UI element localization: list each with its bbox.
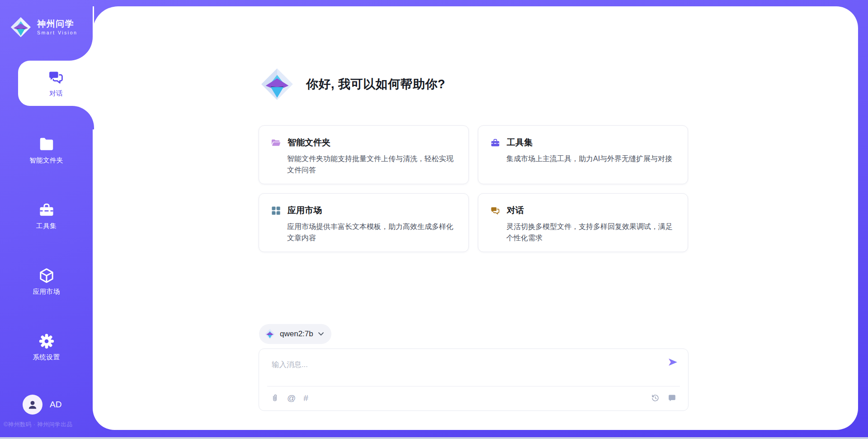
sidebar-item-label: 工具集 bbox=[36, 222, 57, 230]
gear-icon bbox=[38, 333, 55, 350]
chat-icon bbox=[47, 69, 65, 86]
cube-icon bbox=[38, 267, 55, 284]
app-logo-block: 神州问学 Smart Vision bbox=[0, 0, 93, 61]
card-description: 集成市场上主流工具，助力AI与外界无缝扩展与对接 bbox=[506, 153, 676, 165]
card-description: 灵活切换多模型文件，支持多样回复效果调试，满足个性化需求 bbox=[506, 221, 676, 244]
person-icon bbox=[27, 399, 38, 410]
folder-icon bbox=[38, 136, 55, 153]
grid-icon bbox=[271, 205, 281, 216]
sidebar-item-label: 智能文件夹 bbox=[29, 156, 63, 165]
model-diamond-icon bbox=[264, 329, 275, 339]
sidebar-item-label: 系统设置 bbox=[33, 353, 60, 362]
sidebar-item-app-market[interactable]: 应用市场 bbox=[0, 267, 93, 296]
screen-bottom-edge bbox=[0, 437, 868, 439]
chevron-down-icon bbox=[318, 332, 324, 336]
card-title: 工具集 bbox=[507, 137, 533, 148]
attachment-icon[interactable] bbox=[270, 393, 279, 403]
sidebar-item-chat[interactable]: 对话 bbox=[18, 61, 94, 106]
model-selector[interactable]: qwen2:7b bbox=[259, 324, 331, 344]
chat-icon bbox=[490, 205, 500, 216]
brand-name-en: Smart Vision bbox=[37, 30, 77, 35]
composer-tools-left: @ # bbox=[270, 393, 308, 403]
user-profile[interactable]: AD bbox=[23, 395, 61, 415]
user-name: AD bbox=[50, 400, 61, 410]
sidebar-item-label: 对话 bbox=[49, 89, 63, 98]
toolbox-icon bbox=[38, 201, 55, 219]
avatar bbox=[23, 395, 42, 415]
sidebar-footer: ©神州数码 · 神州问学出品 bbox=[4, 421, 94, 429]
composer-tools-right bbox=[651, 393, 677, 403]
greeting: 你好, 我可以如何帮助你? bbox=[260, 67, 445, 101]
card-smart-folder[interactable]: 智能文件夹 智能文件夹功能支持批量文件上传与清洗，轻松实现文件问答 bbox=[259, 125, 469, 184]
card-title: 应用市场 bbox=[288, 205, 322, 216]
message-input[interactable] bbox=[271, 354, 657, 374]
send-icon[interactable]: ➤ bbox=[667, 355, 678, 368]
sidebar-item-toolset[interactable]: 工具集 bbox=[0, 201, 93, 230]
brand-name-cn: 神州问学 bbox=[37, 19, 77, 29]
hashtag-icon[interactable]: # bbox=[303, 393, 308, 403]
model-name: qwen2:7b bbox=[280, 329, 313, 339]
brand-diamond-icon bbox=[10, 16, 32, 38]
sidebar-item-smart-folder[interactable]: 智能文件夹 bbox=[0, 136, 93, 165]
chat-bubble-icon[interactable] bbox=[667, 393, 677, 403]
toolbox-icon bbox=[490, 138, 500, 148]
card-title: 智能文件夹 bbox=[288, 137, 330, 148]
sidebar-item-settings[interactable]: 系统设置 bbox=[0, 333, 93, 362]
history-icon[interactable] bbox=[651, 393, 660, 403]
assistant-diamond-icon bbox=[260, 67, 294, 101]
composer-divider bbox=[267, 386, 680, 387]
message-composer: ➤ @ # bbox=[259, 348, 689, 411]
card-chat[interactable]: 对话 灵活切换多模型文件，支持多样回复效果调试，满足个性化需求 bbox=[478, 193, 688, 252]
feature-cards: 智能文件夹 智能文件夹功能支持批量文件上传与清洗，轻松实现文件问答 工具集 集成… bbox=[259, 125, 689, 252]
folder-open-icon bbox=[271, 138, 281, 148]
card-description: 智能文件夹功能支持批量文件上传与清洗，轻松实现文件问答 bbox=[287, 153, 457, 176]
card-description: 应用市场提供丰富长文本模板，助力高效生成多样化文章内容 bbox=[287, 221, 457, 244]
card-toolset[interactable]: 工具集 集成市场上主流工具，助力AI与外界无缝扩展与对接 bbox=[478, 125, 688, 184]
card-title: 对话 bbox=[507, 205, 524, 216]
sidebar-item-label: 应用市场 bbox=[33, 287, 60, 296]
mention-icon[interactable]: @ bbox=[287, 393, 296, 403]
greeting-title: 你好, 我可以如何帮助你? bbox=[306, 76, 445, 92]
card-app-market[interactable]: 应用市场 应用市场提供丰富长文本模板，助力高效生成多样化文章内容 bbox=[259, 193, 469, 252]
